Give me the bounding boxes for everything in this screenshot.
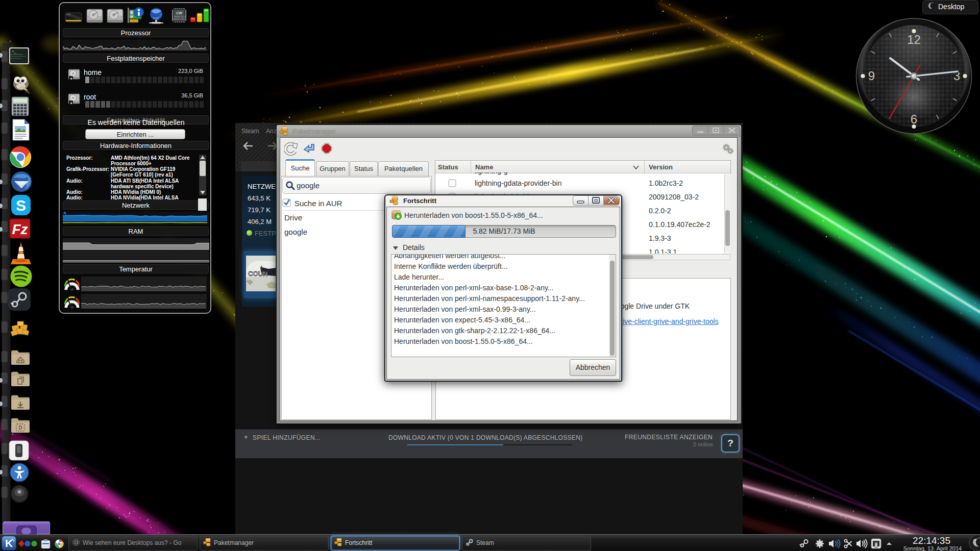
svg-text:12: 12 [907,33,921,46]
svg-text:Fz: Fz [12,221,28,237]
svg-text:COMPAT WOLF: COMPAT WOLF [173,16,186,18]
svg-text:CW: CW [176,11,183,15]
svg-text:K: K [5,537,13,549]
svg-text:◂: ◂ [70,101,72,105]
svg-text:>_: >_ [12,49,17,54]
svg-text:ENERGY 2000: ENERGY 2000 [173,18,185,20]
svg-text:D: D [18,425,22,431]
svg-text:COUN: COUN [248,270,267,278]
svg-text:◂: ◂ [70,77,72,80]
svg-text:9: 9 [868,69,875,83]
svg-text:S: S [16,197,26,214]
svg-text:6: 6 [911,112,917,126]
